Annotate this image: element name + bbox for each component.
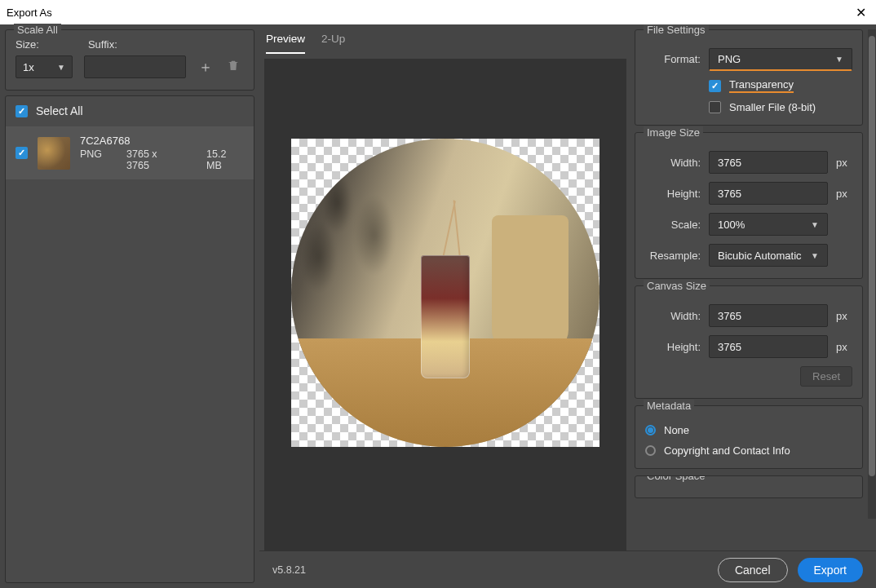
version-label: v5.8.21 <box>272 564 306 576</box>
select-all-checkbox[interactable]: ✓ <box>15 105 28 117</box>
canvas-height-input[interactable]: 3765 <box>709 335 828 358</box>
height-label: Height: <box>645 188 701 200</box>
suffix-label: Suffix: <box>88 38 117 51</box>
file-settings-section: File Settings Format: PNG ▼ ✓ Transparen… <box>635 29 863 126</box>
metadata-none-radio[interactable] <box>645 425 656 435</box>
canvas-width-input[interactable]: 3765 <box>709 304 828 327</box>
resample-select[interactable]: Bicubic Automatic▼ <box>709 244 828 267</box>
unit-px: px <box>836 341 852 353</box>
scale-label: Scale: <box>645 219 701 231</box>
scale-select[interactable]: 100%▼ <box>709 213 828 236</box>
metadata-copyright-label: Copyright and Contact Info <box>664 444 790 457</box>
canvas-size-section: Canvas Size Width: 3765 px Height: 3765 … <box>635 285 863 399</box>
scale-all-section: Scale All Size: Suffix: 1x ▼ ＋ <box>5 29 254 91</box>
file-size: 15.2 MB <box>206 148 244 171</box>
chevron-down-icon: ▼ <box>811 220 819 229</box>
add-size-button[interactable]: ＋ <box>197 57 214 77</box>
suffix-input[interactable] <box>84 55 186 78</box>
cancel-button[interactable]: Cancel <box>718 558 788 582</box>
image-height-input[interactable]: 3765 <box>709 182 828 205</box>
scrollbar[interactable] <box>868 29 876 519</box>
size-label: Size: <box>15 38 39 51</box>
metadata-legend: Metadata <box>644 400 694 412</box>
size-value: 1x <box>23 61 34 73</box>
close-icon[interactable]: ✕ <box>856 5 866 20</box>
tab-preview[interactable]: Preview <box>266 33 305 54</box>
chevron-down-icon: ▼ <box>835 55 843 64</box>
footer: v5.8.21 Cancel Export <box>259 550 876 588</box>
unit-px: px <box>836 157 852 169</box>
file-dimensions: 3765 x 3765 <box>126 148 182 171</box>
canvas-size-legend: Canvas Size <box>644 280 710 292</box>
dialog-title: Export As <box>7 7 52 19</box>
metadata-section: Metadata None Copyright and Contact Info <box>635 405 863 469</box>
select-all-label: Select All <box>36 104 83 117</box>
file-settings-legend: File Settings <box>644 24 709 36</box>
canvas-width-label: Width: <box>645 310 701 322</box>
size-select[interactable]: 1x ▼ <box>15 55 73 78</box>
right-panel: File Settings Format: PNG ▼ ✓ Transparen… <box>631 24 876 588</box>
file-format: PNG <box>80 148 102 171</box>
transparency-label: Transparency <box>729 78 794 93</box>
smaller-file-label: Smaller File (8-bit) <box>729 101 816 113</box>
scale-all-legend: Scale All <box>14 24 61 36</box>
metadata-none-label: None <box>664 424 689 436</box>
format-label: Format: <box>645 53 701 65</box>
color-space-legend: Color Space <box>644 475 709 482</box>
unit-px: px <box>836 188 852 200</box>
format-select[interactable]: PNG ▼ <box>709 48 852 71</box>
image-size-section: Image Size Width: 3765 px Height: 3765 p… <box>635 132 863 279</box>
canvas-height-label: Height: <box>645 341 701 353</box>
delete-size-button[interactable] <box>225 59 241 76</box>
unit-px: px <box>836 310 852 322</box>
resample-label: Resample: <box>645 250 701 262</box>
image-size-legend: Image Size <box>644 126 703 139</box>
chevron-down-icon: ▼ <box>57 63 65 72</box>
file-name: 7C2A6768 <box>80 135 244 147</box>
transparency-checkbox[interactable]: ✓ <box>709 80 721 92</box>
width-label: Width: <box>645 157 701 169</box>
reset-button[interactable]: Reset <box>800 366 852 387</box>
preview-tabs: Preview 2-Up <box>259 24 631 54</box>
export-button[interactable]: Export <box>798 558 863 582</box>
select-all-row[interactable]: ✓ Select All <box>6 96 254 126</box>
tab-2up[interactable]: 2-Up <box>321 33 345 54</box>
file-checkbox[interactable]: ✓ <box>15 147 28 159</box>
center-panel: Preview 2-Up − 10% + <box>259 24 631 588</box>
preview-image <box>291 139 599 447</box>
file-list-item[interactable]: ✓ 7C2A6768 PNG 3765 x 3765 15.2 MB <box>6 126 254 179</box>
file-thumbnail <box>38 137 70 170</box>
left-panel: Scale All Size: Suffix: 1x ▼ ＋ ✓ S <box>0 24 259 588</box>
preview-area[interactable]: − 10% + <box>264 59 626 583</box>
preview-canvas <box>291 139 599 447</box>
metadata-copyright-radio[interactable] <box>645 445 656 456</box>
chevron-down-icon: ▼ <box>811 251 819 260</box>
smaller-file-checkbox[interactable] <box>709 101 721 113</box>
image-width-input[interactable]: 3765 <box>709 151 828 174</box>
format-value: PNG <box>718 53 741 65</box>
file-list-section: ✓ Select All ✓ 7C2A6768 PNG 3765 x 3765 … <box>5 95 254 583</box>
color-space-section: Color Space <box>635 475 863 498</box>
